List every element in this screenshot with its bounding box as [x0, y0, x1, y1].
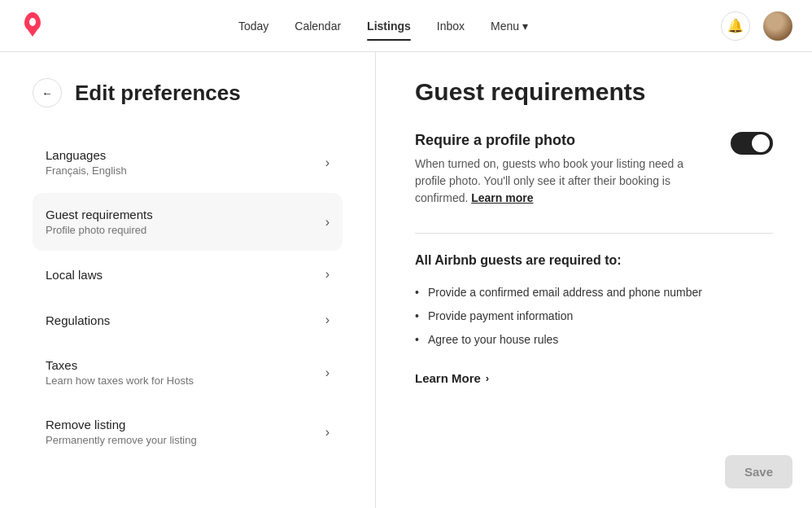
sidebar-item-taxes-content: Taxes Learn how taxes work for Hosts — [46, 358, 194, 387]
chevron-right-icon: › — [325, 155, 330, 170]
toggle-description: When turned on, guests who book your lis… — [415, 155, 705, 207]
sidebar-item-taxes-subtitle: Learn how taxes work for Hosts — [46, 374, 194, 387]
requirements-section: All Airbnb guests are required to: Provi… — [415, 253, 773, 385]
chevron-right-icon: › — [486, 372, 489, 384]
sidebar-item-remove-listing-title: Remove listing — [46, 418, 197, 431]
back-arrow-icon: ← — [41, 87, 52, 99]
user-avatar[interactable] — [763, 11, 792, 41]
nav-today[interactable]: Today — [238, 13, 268, 39]
list-item: Agree to your house rules — [415, 328, 773, 352]
content-title: Guest requirements — [415, 78, 773, 106]
toggle-label: Require a profile photo — [415, 132, 705, 149]
toggle-thumb — [752, 134, 770, 152]
sidebar-item-languages-title: Languages — [46, 148, 127, 162]
nav-listings[interactable]: Listings — [367, 13, 411, 39]
toggle-track — [731, 132, 773, 155]
sidebar-item-regulations-content: Regulations — [46, 313, 110, 327]
main-layout: ← Edit preferences Languages Français, E… — [0, 52, 812, 508]
chevron-right-icon: › — [325, 425, 330, 440]
nav-right: 🔔 — [721, 11, 792, 41]
sidebar-item-regulations-title: Regulations — [46, 313, 110, 327]
sidebar-item-remove-listing-subtitle: Permanently remove your listing — [46, 434, 197, 446]
nav-calendar[interactable]: Calendar — [295, 13, 341, 39]
sidebar-header: ← Edit preferences — [33, 78, 343, 107]
learn-more-label: Learn More — [415, 371, 481, 385]
requirements-title: All Airbnb guests are required to: — [415, 253, 773, 268]
sidebar-item-guest-requirements-title: Guest requirements — [46, 208, 153, 221]
sidebar-item-guest-requirements[interactable]: Guest requirements Profile photo require… — [33, 193, 343, 251]
learn-more-button[interactable]: Learn More › — [415, 371, 489, 385]
sidebar: ← Edit preferences Languages Français, E… — [0, 52, 376, 508]
sidebar-item-languages-content: Languages Français, English — [46, 148, 127, 177]
nav-inbox[interactable]: Inbox — [437, 13, 465, 39]
sidebar-menu: Languages Français, English › Guest requ… — [33, 134, 343, 461]
avatar-image — [763, 11, 792, 41]
back-button[interactable]: ← — [33, 78, 62, 107]
sidebar-item-taxes-title: Taxes — [46, 358, 194, 372]
chevron-right-icon: › — [325, 267, 330, 282]
page-title: Edit preferences — [75, 81, 241, 106]
nav-menu[interactable]: Menu ▾ — [491, 13, 528, 39]
chevron-down-icon: ▾ — [522, 20, 528, 33]
sidebar-item-languages-subtitle: Français, English — [46, 164, 127, 177]
section-divider — [415, 233, 773, 234]
nav-links: Today Calendar Listings Inbox Menu ▾ — [238, 13, 528, 39]
content-area: Guest requirements Require a profile pho… — [376, 52, 812, 508]
learn-more-link[interactable]: Learn more — [471, 191, 533, 204]
airbnb-logo[interactable] — [20, 11, 46, 40]
svg-point-0 — [29, 18, 36, 26]
toggle-text: Require a profile photo When turned on, … — [415, 132, 705, 207]
notification-bell-button[interactable]: 🔔 — [721, 11, 750, 41]
profile-photo-toggle[interactable] — [731, 132, 773, 155]
sidebar-item-local-laws-content: Local laws — [46, 268, 103, 282]
bell-icon: 🔔 — [727, 18, 744, 33]
chevron-right-icon: › — [325, 313, 330, 327]
sidebar-item-languages[interactable]: Languages Français, English › — [33, 134, 343, 191]
list-item: Provide a confirmed email address and ph… — [415, 281, 773, 304]
sidebar-item-guest-requirements-subtitle: Profile photo required — [46, 224, 153, 236]
requirements-list: Provide a confirmed email address and ph… — [415, 281, 773, 352]
sidebar-item-regulations[interactable]: Regulations › — [33, 298, 343, 342]
save-button[interactable]: Save — [725, 455, 792, 488]
sidebar-item-remove-listing-content: Remove listing Permanently remove your l… — [46, 418, 197, 446]
toggle-section: Require a profile photo When turned on, … — [415, 132, 773, 207]
save-area: Save — [725, 455, 792, 488]
sidebar-item-remove-listing[interactable]: Remove listing Permanently remove your l… — [33, 403, 343, 461]
sidebar-item-taxes[interactable]: Taxes Learn how taxes work for Hosts › — [33, 344, 343, 401]
sidebar-item-local-laws[interactable]: Local laws › — [33, 252, 343, 296]
sidebar-item-local-laws-title: Local laws — [46, 268, 103, 282]
navbar: Today Calendar Listings Inbox Menu ▾ 🔔 — [0, 0, 812, 52]
list-item: Provide payment information — [415, 304, 773, 328]
sidebar-item-guest-requirements-content: Guest requirements Profile photo require… — [46, 208, 153, 236]
chevron-right-icon: › — [325, 215, 330, 230]
chevron-right-icon: › — [325, 366, 330, 380]
